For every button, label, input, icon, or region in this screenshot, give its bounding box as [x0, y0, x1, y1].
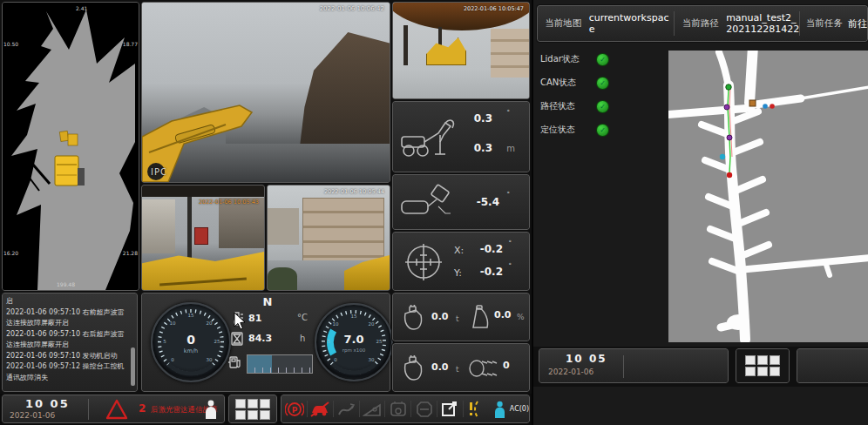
- status-label: CAN状态: [540, 77, 596, 89]
- svg-text:P: P: [291, 406, 297, 415]
- workspace-map-view[interactable]: [668, 51, 868, 342]
- parking-brake-button[interactable]: P: [281, 395, 307, 422]
- boom-status-panel: 0.3 ° 0.3 m: [392, 101, 530, 172]
- speed-unit: km/h: [153, 347, 229, 354]
- rpm-tick: 10: [330, 321, 341, 327]
- workspace-map-canvas: [668, 51, 868, 342]
- vehicle-fault-icon: [309, 401, 330, 418]
- camera-top-cabin[interactable]: 2022-01-06 10:05:47: [392, 2, 530, 99]
- lidar-range-top-left: 10.50: [3, 41, 18, 47]
- mission-header: 当前地图 currentworkspace 当前路径 manual_test2_…: [537, 5, 868, 42]
- rpm-value: 7.0: [316, 333, 391, 346]
- bucket-angle-unit: °: [507, 191, 511, 198]
- rpm-tick: 20: [366, 321, 376, 327]
- lidar-range-bottom-right: 21.28: [123, 250, 138, 256]
- screen-switch-button[interactable]: [437, 395, 463, 422]
- status-row-path: 路径状态 ✓: [540, 98, 609, 115]
- lidar-range-top: 2.41: [76, 5, 87, 11]
- rpm-unit: rpm x100: [316, 347, 391, 353]
- chassis-tilt-panel: X: -0.2 ° Y: -0.2 °: [392, 232, 530, 291]
- spare-panel: [797, 348, 868, 383]
- fuel-pump-icon: [227, 354, 243, 370]
- bucket-status-panel: -5.4 °: [392, 174, 530, 230]
- camera-timestamp: 2022-01-06 10:05:47: [464, 5, 524, 12]
- lidar-map-view[interactable]: 2.41 10.50 18.77 16.20 21.28 199.48: [2, 2, 139, 291]
- hourmeter-icon: [231, 332, 243, 346]
- canopy-post: [403, 25, 408, 65]
- lidar-range-top-right: 18.77: [123, 41, 138, 47]
- boom-angle-value: 0.3: [474, 112, 492, 125]
- log-scrollbar[interactable]: [131, 347, 135, 386]
- total-weight-value: 0.0: [431, 361, 449, 373]
- boom-height-unit: m: [506, 144, 515, 153]
- dispatch-console: 当前地图 currentworkspace 当前路径 manual_test2_…: [532, 0, 868, 425]
- camera-building-small: [268, 208, 299, 245]
- lane-warning-icon: [467, 400, 485, 419]
- lidar-map-canvas: [3, 3, 139, 290]
- grid-icon: [235, 399, 270, 420]
- lane-warning-button[interactable]: [464, 395, 489, 422]
- lidar-range-bottom-left: 16.20: [3, 250, 18, 256]
- layout-grid-button[interactable]: [736, 348, 790, 383]
- ac-operator-button[interactable]: AC(0): [489, 395, 529, 422]
- red-truck: [194, 227, 208, 245]
- status-row-can: CAN状态 ✓: [540, 74, 609, 91]
- total-weight-unit: t: [456, 365, 459, 374]
- current-task-label: 当前任务: [800, 6, 848, 41]
- speed-tick: 30: [204, 357, 214, 362]
- operator-person-icon[interactable]: [205, 400, 217, 419]
- current-task-value: 前往: [848, 6, 867, 41]
- bucket-angle-value: -5.4: [477, 196, 499, 208]
- camera-rear-right[interactable]: 2022-01-06 10:05:44: [267, 185, 390, 291]
- gearbox-icon: [389, 401, 408, 418]
- camera-building-right: [491, 29, 529, 78]
- gauge-cluster-panel: 0 5 10 15 20 25 30 0 km/h N 81 °C: [141, 293, 390, 392]
- fuel-level-bar: [247, 354, 313, 374]
- alarm-warning-icon: [105, 399, 128, 420]
- alarm-count: 2: [139, 402, 146, 415]
- status-ok-icon: ✓: [596, 53, 609, 66]
- log-line-partial: 启: [6, 296, 128, 307]
- indicator-toolbar: P: [281, 395, 530, 423]
- camera-front-main[interactable]: 2022-01-06 10:06:42 IPC: [141, 2, 390, 183]
- current-map-label: 当前地图: [538, 6, 589, 41]
- collision-warning-button[interactable]: [308, 395, 333, 422]
- event-log-panel[interactable]: 启 2022-01-06 09:57:10 右前超声波雷达连接故障屏蔽开启 20…: [2, 293, 138, 392]
- tilt-x-value: -0.2: [480, 243, 503, 255]
- tilt-x-unit: °: [509, 239, 512, 246]
- external-screen-icon: [441, 401, 458, 418]
- alarm-status-panel: 10 05 2022-01-06 2 后激光雷达通信故障: [2, 395, 225, 423]
- speed-tick: 15: [186, 313, 196, 318]
- boom-height-value: 0.3: [474, 142, 492, 154]
- status-ok-icon: ✓: [596, 124, 609, 137]
- camera-rear-left[interactable]: 2022-01-06 10:05:43: [141, 185, 265, 291]
- slope-warning-button[interactable]: [359, 395, 384, 422]
- log-line: 2022-01-06 09:57:10 右后超声波雷达连接故障屏蔽开启: [6, 329, 128, 351]
- tilt-y-value: -0.2: [480, 266, 503, 278]
- camera-timestamp: 2022-01-06 10:06:42: [320, 5, 384, 12]
- status-ok-icon: ✓: [596, 100, 609, 113]
- tilt-y-label: Y:: [454, 267, 462, 279]
- clock-date: 2022-01-06: [548, 368, 593, 376]
- bucket-count-icon: [468, 357, 498, 380]
- clock-time: 10 05: [25, 397, 70, 410]
- rpm-tick: 30: [366, 357, 376, 362]
- gearbox-button[interactable]: [385, 395, 410, 422]
- layout-grid-button[interactable]: [228, 395, 277, 423]
- speed-tick: 0: [167, 357, 178, 362]
- vehicle-hmi: 2.41 10.50 18.77 16.20 21.28 199.48 2022…: [0, 0, 532, 425]
- mouse-cursor: [234, 312, 248, 331]
- stop-button[interactable]: [411, 395, 437, 422]
- status-row-lidar: Lidar状态 ✓: [540, 51, 609, 68]
- load-ratio-value: 0.0: [494, 309, 512, 320]
- camera-timestamp: 2022-01-06 10:05:44: [324, 188, 384, 195]
- operator-console: 2.41 10.50 18.77 16.20 21.28 199.48 2022…: [0, 0, 868, 425]
- ac-person-icon: [494, 401, 505, 418]
- load-weight-unit: t: [456, 314, 459, 323]
- coolant-temp-value: 81: [248, 313, 261, 324]
- articulation-button[interactable]: [334, 395, 359, 422]
- load-weight-panel: 0.0 t 0.0 %: [392, 293, 530, 341]
- bucket-load-icon: [402, 355, 424, 381]
- bucket-count-value: 0: [503, 360, 510, 371]
- status-row-localization: 定位状态 ✓: [540, 121, 609, 138]
